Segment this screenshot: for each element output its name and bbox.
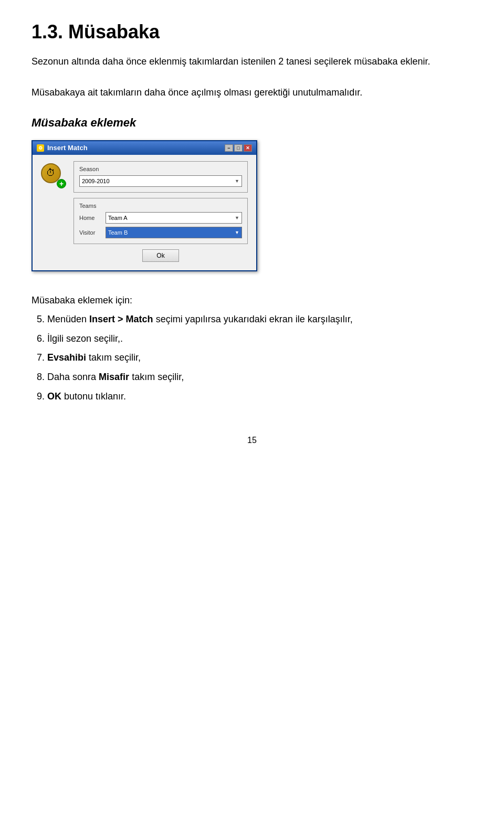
step-7-number: 7. <box>37 352 47 363</box>
step-8-text-after: takım seçilir, <box>132 372 184 382</box>
step-7: 7. Evsahibi takım seçilir, <box>37 350 472 366</box>
ok-button-row: Ok <box>74 249 248 262</box>
page-number: 15 <box>32 436 472 445</box>
season-select[interactable]: 2009-2010 ▼ <box>79 175 242 187</box>
step-5-number: 5. <box>37 314 47 324</box>
maximize-button[interactable]: □ <box>234 144 243 152</box>
instructions: Müsabaka eklemek için: 5. Menüden Insert… <box>32 292 472 405</box>
home-select[interactable]: Team A ▼ <box>106 212 242 224</box>
intro-paragraph-1: Sezonun altında daha önce eklenmiş takım… <box>32 54 472 69</box>
teams-group: Teams Home Team A ▼ Visitor Team B <box>74 198 248 244</box>
app-icon: ⏱ + <box>41 163 66 188</box>
dialog-container: ⚙ Insert Match − □ ✕ ⏱ + Seas <box>32 140 257 271</box>
step-9-text-after: butonu tıklanır. <box>64 391 126 402</box>
step-6: 6. İlgili sezon seçilir,. <box>37 331 472 347</box>
step-9-bold: OK <box>47 391 61 402</box>
subsection-title: Müsabaka eklemek <box>32 116 472 130</box>
step-5-text-before: Menüden <box>47 314 89 324</box>
step-7-text-after: takım seçilir, <box>89 352 141 363</box>
step-7-bold: Evsahibi <box>47 352 86 363</box>
teams-legend: Teams <box>79 203 242 209</box>
dialog-form: Season 2009-2010 ▼ Teams Home Team A ▼ <box>74 161 248 262</box>
visitor-value: Team B <box>108 229 128 236</box>
home-value: Team A <box>108 215 128 221</box>
dialog-controls: − □ ✕ <box>225 144 252 152</box>
step-5-bold: Insert > Match <box>89 314 153 324</box>
close-button[interactable]: ✕ <box>244 144 252 152</box>
visitor-row: Visitor Team B ▼ <box>79 227 242 238</box>
dialog-icon-area: ⏱ + <box>41 161 66 262</box>
season-arrow-icon: ▼ <box>235 178 239 184</box>
ok-button[interactable]: Ok <box>142 249 179 262</box>
step-8-number: 8. <box>37 372 47 382</box>
dialog-title-text: Insert Match <box>47 144 88 152</box>
dialog-titlebar: ⚙ Insert Match − □ ✕ <box>33 141 256 155</box>
step-8-bold: Misafir <box>99 372 129 382</box>
step-9: 9. OK butonu tıklanır. <box>37 388 472 405</box>
dialog-title-icon: ⚙ <box>37 144 44 152</box>
step-6-text: İlgili sezon seçilir,. <box>47 333 123 344</box>
section-title: 1.3. Müsabaka <box>32 21 472 43</box>
instructions-intro: Müsabaka eklemek için: <box>32 292 472 309</box>
step-5-text-after: seçimi yapılırsa yukarıdaki ekran ile ka… <box>156 314 353 324</box>
step-6-number: 6. <box>37 333 47 344</box>
season-value: 2009-2010 <box>82 178 110 184</box>
home-arrow-icon: ▼ <box>235 215 239 220</box>
dialog-window: ⚙ Insert Match − □ ✕ ⏱ + Seas <box>32 140 257 271</box>
season-group: Season 2009-2010 ▼ <box>74 161 248 193</box>
intro-paragraph-2: Müsabakaya ait takımların daha önce açıl… <box>32 85 472 100</box>
titlebar-left: ⚙ Insert Match <box>37 144 88 152</box>
season-legend: Season <box>79 166 242 172</box>
step-8-text-before: Daha sonra <box>47 372 99 382</box>
dialog-body: ⏱ + Season 2009-2010 ▼ Teams <box>33 155 256 270</box>
step-9-number: 9. <box>37 391 47 402</box>
visitor-label: Visitor <box>79 229 102 236</box>
minimize-button[interactable]: − <box>225 144 233 152</box>
home-row: Home Team A ▼ <box>79 212 242 224</box>
step-5: 5. Menüden Insert > Match seçimi yapılır… <box>37 311 472 328</box>
home-label: Home <box>79 215 102 221</box>
visitor-arrow-icon: ▼ <box>235 230 239 235</box>
step-8: 8. Daha sonra Misafir takım seçilir, <box>37 369 472 385</box>
visitor-select[interactable]: Team B ▼ <box>106 227 242 238</box>
icon-plus: + <box>57 179 66 188</box>
